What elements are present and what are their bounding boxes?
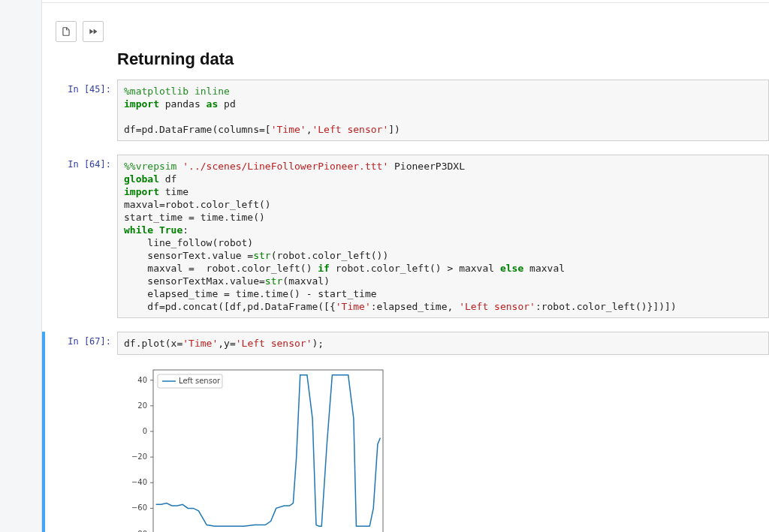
code-cell-67[interactable]: In [67]: df.plot(x='Time',y='Left sensor… [42, 332, 769, 532]
input-prompt: In [64]: [48, 155, 117, 170]
cell-toolbar [42, 14, 769, 50]
svg-text:0: 0 [143, 427, 147, 435]
output-area: −80−60−40−20020400.51.01.52.02.53.03.54.… [117, 355, 769, 532]
svg-text:−20: −20 [131, 452, 147, 461]
markdown-heading[interactable]: Returning data [117, 50, 769, 69]
code-lines[interactable]: %matplotlib inline import pandas as pd d… [124, 85, 762, 136]
code-cell-64[interactable]: In [64]: %%vrepsim '../scenes/LineFollow… [42, 155, 769, 318]
code-input-area[interactable]: df.plot(x='Time',y='Left sensor'); [117, 332, 769, 355]
fast-forward-icon [88, 26, 98, 37]
plot-output: −80−60−40−20020400.51.01.52.02.53.03.54.… [117, 362, 395, 532]
insert-cell-button[interactable] [56, 21, 77, 42]
input-prompt: In [45]: [48, 80, 117, 95]
code-lines[interactable]: df.plot(x='Time',y='Left sensor'); [124, 337, 762, 350]
input-area-wrap: %%vrepsim '../scenes/LineFollowerPioneer… [117, 155, 769, 318]
code-lines[interactable]: %%vrepsim '../scenes/LineFollowerPioneer… [124, 160, 762, 313]
svg-text:20: 20 [137, 401, 147, 410]
code-input-area[interactable]: %%vrepsim '../scenes/LineFollowerPioneer… [117, 155, 769, 318]
input-area-wrap: %matplotlib inline import pandas as pd d… [117, 80, 769, 141]
svg-text:40: 40 [137, 376, 147, 384]
jupyter-notebook-view: Returning data In [45]: %matplotlib inli… [0, 0, 769, 532]
svg-text:−80: −80 [131, 530, 147, 532]
input-prompt: In [67]: [48, 332, 117, 347]
svg-text:−40: −40 [131, 478, 147, 486]
code-input-area[interactable]: %matplotlib inline import pandas as pd d… [117, 80, 769, 141]
svg-text:−60: −60 [131, 503, 147, 512]
document-icon [61, 26, 71, 37]
notebook-body: Returning data In [45]: %matplotlib inli… [42, 50, 769, 532]
run-all-button[interactable] [83, 21, 104, 42]
code-cell-45[interactable]: In [45]: %matplotlib inline import panda… [42, 80, 769, 141]
line-chart-svg: −80−60−40−20020400.51.01.52.02.53.03.54.… [117, 362, 395, 532]
left-gutter [0, 0, 42, 532]
input-area-wrap: df.plot(x='Time',y='Left sensor'); −80−6… [117, 332, 769, 532]
top-hairline [42, 0, 769, 3]
svg-text:Left sensor: Left sensor [179, 377, 221, 385]
